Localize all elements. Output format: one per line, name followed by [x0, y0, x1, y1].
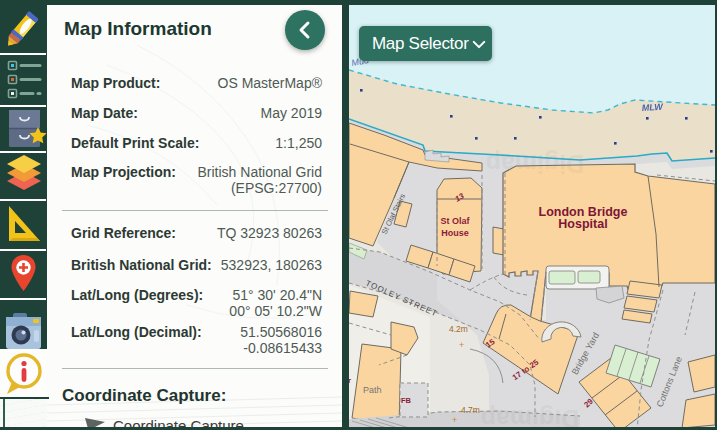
svg-text:+: +: [459, 340, 464, 350]
svg-text:St Olaf: St Olaf: [440, 216, 470, 226]
svg-text:4.2m: 4.2m: [449, 324, 468, 334]
svg-text:Digimap: Digimap: [486, 150, 585, 178]
svg-text:FB: FB: [401, 396, 412, 405]
svg-text:+: +: [452, 415, 457, 425]
svg-text:r: r: [349, 376, 351, 385]
svg-text:Hospital: Hospital: [558, 217, 607, 231]
svg-text:Path: Path: [363, 385, 382, 395]
svg-text:Digimap: Digimap: [481, 405, 580, 427]
svg-text:4.7m: 4.7m: [461, 405, 480, 415]
svg-text:MLW: MLW: [641, 101, 664, 113]
svg-text:House: House: [441, 228, 469, 238]
